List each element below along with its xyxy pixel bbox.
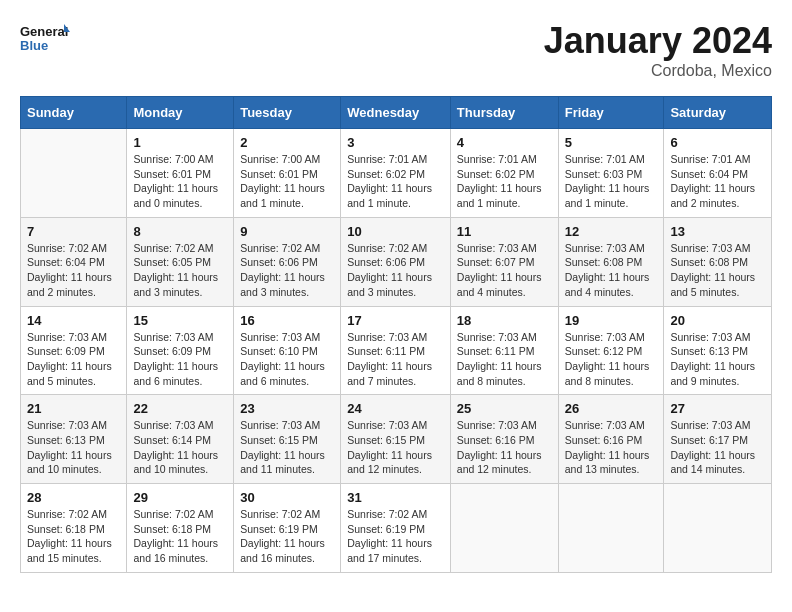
day-info: Sunrise: 7:03 AMSunset: 6:09 PMDaylight:…	[133, 330, 227, 389]
calendar-cell	[21, 129, 127, 218]
calendar-cell: 25Sunrise: 7:03 AMSunset: 6:16 PMDayligh…	[450, 395, 558, 484]
day-info: Sunrise: 7:01 AMSunset: 6:03 PMDaylight:…	[565, 152, 658, 211]
calendar-table: SundayMondayTuesdayWednesdayThursdayFrid…	[20, 96, 772, 573]
calendar-cell: 28Sunrise: 7:02 AMSunset: 6:18 PMDayligh…	[21, 484, 127, 573]
calendar-subtitle: Cordoba, Mexico	[544, 62, 772, 80]
day-info: Sunrise: 7:03 AMSunset: 6:15 PMDaylight:…	[347, 418, 444, 477]
day-number: 8	[133, 224, 227, 239]
calendar-cell: 16Sunrise: 7:03 AMSunset: 6:10 PMDayligh…	[234, 306, 341, 395]
calendar-cell: 17Sunrise: 7:03 AMSunset: 6:11 PMDayligh…	[341, 306, 451, 395]
day-info: Sunrise: 7:03 AMSunset: 6:12 PMDaylight:…	[565, 330, 658, 389]
day-number: 25	[457, 401, 552, 416]
weekday-header: Sunday	[21, 97, 127, 129]
calendar-cell: 26Sunrise: 7:03 AMSunset: 6:16 PMDayligh…	[558, 395, 664, 484]
day-info: Sunrise: 7:02 AMSunset: 6:06 PMDaylight:…	[347, 241, 444, 300]
day-info: Sunrise: 7:02 AMSunset: 6:19 PMDaylight:…	[240, 507, 334, 566]
calendar-cell: 20Sunrise: 7:03 AMSunset: 6:13 PMDayligh…	[664, 306, 772, 395]
day-number: 28	[27, 490, 120, 505]
day-number: 3	[347, 135, 444, 150]
day-number: 12	[565, 224, 658, 239]
day-number: 9	[240, 224, 334, 239]
day-info: Sunrise: 7:03 AMSunset: 6:15 PMDaylight:…	[240, 418, 334, 477]
day-number: 10	[347, 224, 444, 239]
weekday-header: Friday	[558, 97, 664, 129]
day-info: Sunrise: 7:03 AMSunset: 6:11 PMDaylight:…	[347, 330, 444, 389]
day-info: Sunrise: 7:03 AMSunset: 6:10 PMDaylight:…	[240, 330, 334, 389]
day-number: 1	[133, 135, 227, 150]
calendar-cell	[558, 484, 664, 573]
logo: General Blue	[20, 20, 70, 60]
day-number: 22	[133, 401, 227, 416]
calendar-cell: 2Sunrise: 7:00 AMSunset: 6:01 PMDaylight…	[234, 129, 341, 218]
calendar-cell: 1Sunrise: 7:00 AMSunset: 6:01 PMDaylight…	[127, 129, 234, 218]
weekday-header: Tuesday	[234, 97, 341, 129]
calendar-cell: 30Sunrise: 7:02 AMSunset: 6:19 PMDayligh…	[234, 484, 341, 573]
calendar-cell: 10Sunrise: 7:02 AMSunset: 6:06 PMDayligh…	[341, 217, 451, 306]
day-info: Sunrise: 7:00 AMSunset: 6:01 PMDaylight:…	[133, 152, 227, 211]
day-number: 5	[565, 135, 658, 150]
calendar-cell: 5Sunrise: 7:01 AMSunset: 6:03 PMDaylight…	[558, 129, 664, 218]
title-area: January 2024 Cordoba, Mexico	[544, 20, 772, 80]
calendar-cell: 15Sunrise: 7:03 AMSunset: 6:09 PMDayligh…	[127, 306, 234, 395]
calendar-cell: 31Sunrise: 7:02 AMSunset: 6:19 PMDayligh…	[341, 484, 451, 573]
day-number: 11	[457, 224, 552, 239]
day-number: 21	[27, 401, 120, 416]
day-number: 6	[670, 135, 765, 150]
calendar-cell: 21Sunrise: 7:03 AMSunset: 6:13 PMDayligh…	[21, 395, 127, 484]
calendar-cell: 18Sunrise: 7:03 AMSunset: 6:11 PMDayligh…	[450, 306, 558, 395]
logo-svg: General Blue	[20, 20, 70, 60]
day-info: Sunrise: 7:02 AMSunset: 6:05 PMDaylight:…	[133, 241, 227, 300]
calendar-week-row: 14Sunrise: 7:03 AMSunset: 6:09 PMDayligh…	[21, 306, 772, 395]
weekday-header-row: SundayMondayTuesdayWednesdayThursdayFrid…	[21, 97, 772, 129]
day-info: Sunrise: 7:02 AMSunset: 6:18 PMDaylight:…	[133, 507, 227, 566]
svg-text:General: General	[20, 24, 68, 39]
day-info: Sunrise: 7:03 AMSunset: 6:09 PMDaylight:…	[27, 330, 120, 389]
day-number: 16	[240, 313, 334, 328]
page-header: General Blue January 2024 Cordoba, Mexic…	[20, 20, 772, 80]
calendar-cell: 22Sunrise: 7:03 AMSunset: 6:14 PMDayligh…	[127, 395, 234, 484]
calendar-cell: 3Sunrise: 7:01 AMSunset: 6:02 PMDaylight…	[341, 129, 451, 218]
day-info: Sunrise: 7:03 AMSunset: 6:13 PMDaylight:…	[670, 330, 765, 389]
day-info: Sunrise: 7:03 AMSunset: 6:14 PMDaylight:…	[133, 418, 227, 477]
calendar-cell: 19Sunrise: 7:03 AMSunset: 6:12 PMDayligh…	[558, 306, 664, 395]
weekday-header: Saturday	[664, 97, 772, 129]
calendar-cell: 13Sunrise: 7:03 AMSunset: 6:08 PMDayligh…	[664, 217, 772, 306]
calendar-cell: 24Sunrise: 7:03 AMSunset: 6:15 PMDayligh…	[341, 395, 451, 484]
weekday-header: Monday	[127, 97, 234, 129]
calendar-cell: 14Sunrise: 7:03 AMSunset: 6:09 PMDayligh…	[21, 306, 127, 395]
weekday-header: Thursday	[450, 97, 558, 129]
calendar-title: January 2024	[544, 20, 772, 62]
day-info: Sunrise: 7:01 AMSunset: 6:04 PMDaylight:…	[670, 152, 765, 211]
calendar-cell: 7Sunrise: 7:02 AMSunset: 6:04 PMDaylight…	[21, 217, 127, 306]
calendar-cell: 27Sunrise: 7:03 AMSunset: 6:17 PMDayligh…	[664, 395, 772, 484]
day-number: 27	[670, 401, 765, 416]
day-info: Sunrise: 7:02 AMSunset: 6:04 PMDaylight:…	[27, 241, 120, 300]
day-info: Sunrise: 7:03 AMSunset: 6:13 PMDaylight:…	[27, 418, 120, 477]
day-number: 30	[240, 490, 334, 505]
svg-text:Blue: Blue	[20, 38, 48, 53]
day-number: 19	[565, 313, 658, 328]
day-number: 7	[27, 224, 120, 239]
day-number: 26	[565, 401, 658, 416]
day-number: 20	[670, 313, 765, 328]
day-number: 23	[240, 401, 334, 416]
day-number: 17	[347, 313, 444, 328]
calendar-cell: 12Sunrise: 7:03 AMSunset: 6:08 PMDayligh…	[558, 217, 664, 306]
day-info: Sunrise: 7:03 AMSunset: 6:16 PMDaylight:…	[565, 418, 658, 477]
day-info: Sunrise: 7:03 AMSunset: 6:08 PMDaylight:…	[670, 241, 765, 300]
day-number: 29	[133, 490, 227, 505]
day-info: Sunrise: 7:02 AMSunset: 6:19 PMDaylight:…	[347, 507, 444, 566]
calendar-cell: 29Sunrise: 7:02 AMSunset: 6:18 PMDayligh…	[127, 484, 234, 573]
calendar-cell: 9Sunrise: 7:02 AMSunset: 6:06 PMDaylight…	[234, 217, 341, 306]
day-number: 14	[27, 313, 120, 328]
day-number: 2	[240, 135, 334, 150]
day-info: Sunrise: 7:01 AMSunset: 6:02 PMDaylight:…	[457, 152, 552, 211]
day-info: Sunrise: 7:00 AMSunset: 6:01 PMDaylight:…	[240, 152, 334, 211]
day-info: Sunrise: 7:03 AMSunset: 6:17 PMDaylight:…	[670, 418, 765, 477]
day-number: 18	[457, 313, 552, 328]
calendar-cell: 8Sunrise: 7:02 AMSunset: 6:05 PMDaylight…	[127, 217, 234, 306]
calendar-cell: 23Sunrise: 7:03 AMSunset: 6:15 PMDayligh…	[234, 395, 341, 484]
day-info: Sunrise: 7:01 AMSunset: 6:02 PMDaylight:…	[347, 152, 444, 211]
calendar-cell	[664, 484, 772, 573]
day-info: Sunrise: 7:02 AMSunset: 6:18 PMDaylight:…	[27, 507, 120, 566]
